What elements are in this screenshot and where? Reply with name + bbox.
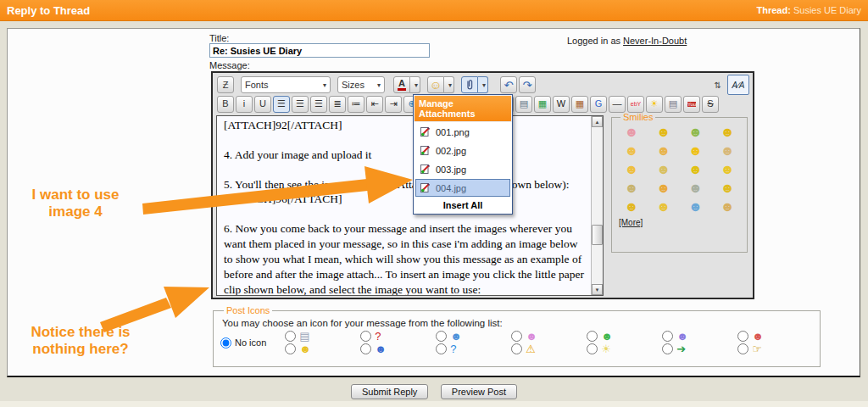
pink-smile-icon[interactable]: ☻ [511, 331, 587, 342]
hr-button[interactable]: — [609, 96, 626, 113]
unordered-list-button[interactable]: ≔ [348, 96, 364, 113]
submit-reply-button[interactable]: Submit Reply [351, 384, 428, 399]
post-icon-radio[interactable] [587, 331, 598, 342]
scrollbar-thumb[interactable] [592, 225, 603, 245]
yellow-smile-icon[interactable]: ☻ [285, 343, 360, 354]
green-grin-icon[interactable]: ☻ [587, 331, 662, 342]
message-scrollbar[interactable]: ▲ ▼ [591, 116, 603, 295]
redo-icon: ↷ [523, 80, 532, 91]
preview-post-button[interactable]: Preview Post [441, 384, 517, 399]
worship-smiley[interactable]: ☻ [682, 125, 710, 139]
redo-button[interactable]: ↷ [519, 76, 536, 93]
boxing-smiley[interactable]: ☻ [682, 163, 710, 176]
editor-toggle-button[interactable]: A∕A [727, 75, 749, 95]
post-icon-radio[interactable] [662, 331, 673, 342]
quote-lines-button[interactable]: ▤ [665, 96, 682, 113]
fonts-select[interactable]: Fonts ▾ [241, 76, 331, 93]
switch-editor-mode-button[interactable]: Ƶ [217, 76, 234, 93]
sleepy-smiley[interactable]: ☻ [713, 144, 742, 158]
toolbar-row-1: Ƶ Fonts ▾ Sizes ▾ A ▾ ☺ ▾ [213, 73, 753, 94]
post-icon-radio[interactable] [285, 343, 296, 354]
imagemap-button[interactable]: ▦ [534, 96, 551, 113]
insert-all-item[interactable]: Insert All [414, 198, 512, 214]
font-color-button[interactable]: A ▾ [393, 76, 420, 93]
title-input[interactable] [209, 43, 430, 58]
no-icon-option[interactable]: No icon [220, 337, 266, 348]
002.jpg[interactable]: 002.jpg [415, 142, 510, 159]
omg-smiley[interactable]: ☻ [649, 144, 678, 158]
sizes-select[interactable]: Sizes ▾ [337, 76, 385, 93]
arrow-icon[interactable]: ➔ [662, 343, 737, 354]
post-icon-radio[interactable] [511, 343, 522, 354]
post-icon-radio[interactable] [662, 343, 673, 354]
align-left-button[interactable]: ☰ [273, 96, 290, 113]
page-button[interactable]: ▤ [515, 96, 532, 113]
post-icon-radio[interactable] [587, 343, 598, 354]
nerd-smiley[interactable]: ☻ [617, 181, 646, 195]
sleep-smiley[interactable]: ☻ [649, 125, 678, 139]
cool-smiley[interactable]: ☻ [617, 200, 646, 214]
chicken-smiley[interactable]: ☻ [713, 163, 742, 176]
more-smilies-link[interactable]: [More] [619, 218, 643, 227]
align-right-button[interactable]: ☰ [310, 96, 327, 113]
red-angry-icon[interactable]: ☻ [737, 331, 813, 342]
italic-button[interactable]: i [236, 96, 253, 113]
bold-button[interactable]: B [217, 96, 234, 113]
note-icon[interactable]: ▤ [285, 331, 360, 342]
blue-smile-icon[interactable]: ☻ [436, 331, 511, 342]
wings-smiley[interactable]: ☻ [649, 200, 678, 214]
cheers-smiley[interactable]: ☻ [713, 125, 742, 139]
love-smiley[interactable]: ☻ [649, 181, 678, 195]
underline-button[interactable]: U [254, 96, 271, 113]
004.jpg[interactable]: 004.jpg [415, 179, 510, 197]
post-icon-radio[interactable] [285, 331, 296, 342]
align-center-button[interactable]: ☰ [292, 96, 309, 113]
lightbulb-icon[interactable]: ☀ [587, 343, 662, 354]
warning-icon[interactable]: ⚠ [511, 343, 587, 354]
smile-smiley[interactable]: ☻ [617, 163, 646, 176]
username-link[interactable]: Never-In-Doubt [623, 36, 687, 46]
angel-smiley[interactable]: ☻ [617, 144, 646, 158]
undo-button[interactable]: ↶ [500, 76, 517, 93]
post-icon-radio[interactable] [436, 343, 447, 354]
post-icon-radio[interactable] [737, 343, 748, 354]
grr-smiley[interactable]: ☻ [713, 181, 742, 195]
old-smiley[interactable]: ☻ [682, 181, 710, 195]
outdent-button[interactable]: ⇤ [366, 96, 383, 113]
google-button[interactable]: G [590, 96, 607, 113]
blue-question-icon[interactable]: ? [436, 343, 511, 354]
gallery-button[interactable]: ▦ [571, 96, 588, 113]
cool-shades-icon[interactable]: ☻ [360, 343, 436, 354]
001.png[interactable]: 001.png [415, 123, 510, 141]
cold-smiley[interactable]: ☻ [682, 200, 710, 214]
post-icon-radio[interactable] [511, 331, 522, 342]
editor-resize-control[interactable]: ⇅ [715, 81, 721, 90]
red-question-icon[interactable]: ? [360, 331, 436, 342]
wave-smiley[interactable]: ☻ [713, 200, 742, 214]
post-icon-radio[interactable] [737, 331, 748, 342]
no-icon-radio[interactable] [220, 337, 231, 348]
purple-mad-icon[interactable]: ☻ [662, 331, 737, 342]
youtube-button[interactable]: You [683, 96, 700, 113]
post-icons-instruction: You may choose an icon for your message … [222, 318, 813, 328]
message-textarea[interactable]: [ATTACH]92[/ATTACH]4. Add your image and… [216, 115, 604, 296]
003.jpg[interactable]: 003.jpg [415, 160, 510, 178]
scroll-down-icon[interactable]: ▼ [592, 284, 603, 295]
ordered-list-button[interactable]: ≣ [329, 96, 346, 113]
highlight-button[interactable]: ☀ [646, 96, 663, 113]
wiki-button[interactable]: W [553, 96, 570, 113]
scroll-up-icon[interactable]: ▲ [592, 116, 603, 127]
post-icon-radio[interactable] [360, 331, 371, 342]
attachments-button[interactable]: ▾ [461, 76, 488, 93]
smilies-legend: Smilies [620, 112, 655, 122]
post-icon-radio[interactable] [360, 343, 371, 354]
thumbsup-icon[interactable]: ☞ [737, 343, 813, 354]
smiley-button[interactable]: ☺ ▾ [427, 76, 454, 93]
ebay-button[interactable]: ebY [627, 96, 644, 113]
strike-button[interactable]: S [702, 96, 719, 113]
post-icon-radio[interactable] [436, 331, 447, 342]
indent-button[interactable]: ⇥ [385, 96, 402, 113]
excited-smiley[interactable]: ☻ [682, 144, 710, 158]
whistle-smiley[interactable]: ☻ [649, 163, 678, 176]
blush-smiley[interactable]: ☻ [617, 125, 646, 139]
